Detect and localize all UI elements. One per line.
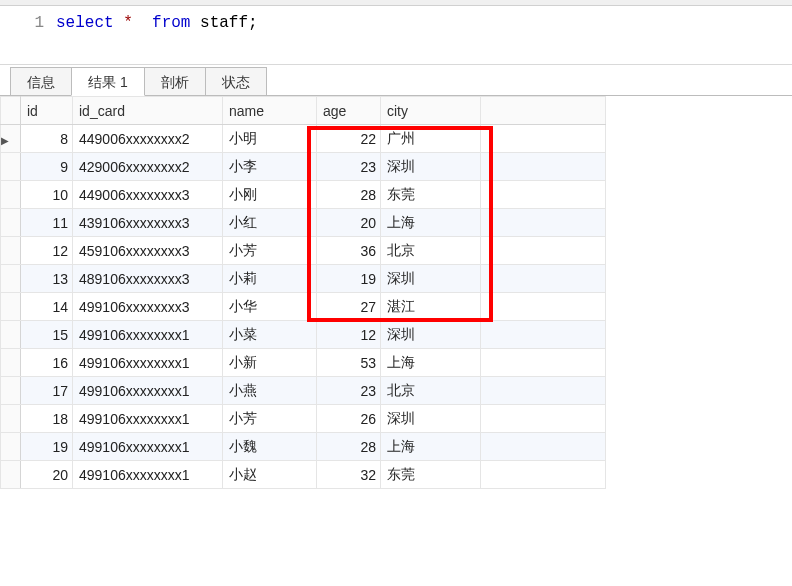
cell-pad [481,237,606,265]
cell-id-card[interactable]: 499106xxxxxxxx1 [73,461,223,489]
cell-id[interactable]: 12 [21,237,73,265]
kw-star: * [123,14,133,32]
table-row[interactable]: 20499106xxxxxxxx1小赵32东莞 [1,461,606,489]
cell-city[interactable]: 深圳 [381,321,481,349]
cell-age[interactable]: 20 [317,209,381,237]
cell-city[interactable]: 上海 [381,349,481,377]
cell-id-card[interactable]: 439106xxxxxxxx3 [73,209,223,237]
cell-city[interactable]: 东莞 [381,461,481,489]
cell-city[interactable]: 湛江 [381,293,481,321]
cell-id[interactable]: 20 [21,461,73,489]
table-row[interactable]: 9429006xxxxxxxx2小李23深圳 [1,153,606,181]
cell-name[interactable]: 小魏 [223,433,317,461]
cell-id[interactable]: 15 [21,321,73,349]
table-row[interactable]: 18499106xxxxxxxx1小芳26深圳 [1,405,606,433]
cell-id[interactable]: 8 [21,125,73,153]
cell-city[interactable]: 北京 [381,237,481,265]
result-tabs: 信息 结果 1 剖析 状态 [0,66,792,96]
row-indicator [1,237,21,265]
cell-id-card[interactable]: 499106xxxxxxxx1 [73,321,223,349]
cell-id[interactable]: 13 [21,265,73,293]
cell-age[interactable]: 32 [317,461,381,489]
cell-id-card[interactable]: 429006xxxxxxxx2 [73,153,223,181]
tab-profile[interactable]: 剖析 [144,67,206,95]
col-header-age[interactable]: age [317,97,381,125]
cell-city[interactable]: 深圳 [381,265,481,293]
cell-id[interactable]: 11 [21,209,73,237]
line-number: 1 [34,14,44,32]
cell-age[interactable]: 36 [317,237,381,265]
cell-city[interactable]: 北京 [381,377,481,405]
cell-city[interactable]: 深圳 [381,405,481,433]
cell-name[interactable]: 小明 [223,125,317,153]
row-header-blank [1,97,21,125]
col-header-name[interactable]: name [223,97,317,125]
cell-name[interactable]: 小芳 [223,405,317,433]
cell-age[interactable]: 12 [317,321,381,349]
row-indicator [1,433,21,461]
cell-name[interactable]: 小红 [223,209,317,237]
cell-id-card[interactable]: 499106xxxxxxxx1 [73,433,223,461]
cell-id[interactable]: 18 [21,405,73,433]
cell-id[interactable]: 17 [21,377,73,405]
cell-name[interactable]: 小华 [223,293,317,321]
cell-id[interactable]: 10 [21,181,73,209]
cell-city[interactable]: 广州 [381,125,481,153]
cell-age[interactable]: 23 [317,153,381,181]
cell-name[interactable]: 小芳 [223,237,317,265]
table-row[interactable]: 19499106xxxxxxxx1小魏28上海 [1,433,606,461]
cell-age[interactable]: 28 [317,433,381,461]
cell-id-card[interactable]: 499106xxxxxxxx1 [73,377,223,405]
table-row[interactable]: 14499106xxxxxxxx3小华27湛江 [1,293,606,321]
cell-city[interactable]: 上海 [381,433,481,461]
result-grid[interactable]: id id_card name age city ▶8449006xxxxxxx… [0,96,606,489]
table-row[interactable]: 11439106xxxxxxxx3小红20上海 [1,209,606,237]
table-row[interactable]: 10449006xxxxxxxx3小刚28东莞 [1,181,606,209]
cell-id-card[interactable]: 449006xxxxxxxx3 [73,181,223,209]
row-indicator [1,461,21,489]
cell-city[interactable]: 上海 [381,209,481,237]
tab-result-1[interactable]: 结果 1 [71,67,145,96]
cell-age[interactable]: 19 [317,265,381,293]
table-row[interactable]: ▶8449006xxxxxxxx2小明22广州 [1,125,606,153]
table-row[interactable]: 16499106xxxxxxxx1小新53上海 [1,349,606,377]
table-row[interactable]: 13489106xxxxxxxx3小莉19深圳 [1,265,606,293]
cell-id-card[interactable]: 489106xxxxxxxx3 [73,265,223,293]
cell-name[interactable]: 小菜 [223,321,317,349]
cell-id-card[interactable]: 449006xxxxxxxx2 [73,125,223,153]
cell-pad [481,265,606,293]
cell-name[interactable]: 小新 [223,349,317,377]
col-header-id[interactable]: id [21,97,73,125]
cell-age[interactable]: 28 [317,181,381,209]
cell-name[interactable]: 小燕 [223,377,317,405]
table-row[interactable]: 15499106xxxxxxxx1小菜12深圳 [1,321,606,349]
cell-id-card[interactable]: 499106xxxxxxxx3 [73,293,223,321]
cell-age[interactable]: 26 [317,405,381,433]
cell-name[interactable]: 小赵 [223,461,317,489]
sql-editor[interactable]: 1 select * from staff; [0,6,792,64]
cell-id[interactable]: 14 [21,293,73,321]
cell-city[interactable]: 深圳 [381,153,481,181]
col-header-city[interactable]: city [381,97,481,125]
cell-id-card[interactable]: 459106xxxxxxxx3 [73,237,223,265]
cell-age[interactable]: 23 [317,377,381,405]
cell-id-card[interactable]: 499106xxxxxxxx1 [73,405,223,433]
cell-city[interactable]: 东莞 [381,181,481,209]
cell-age[interactable]: 27 [317,293,381,321]
tab-status[interactable]: 状态 [205,67,267,95]
cell-name[interactable]: 小李 [223,153,317,181]
table-row[interactable]: 12459106xxxxxxxx3小芳36北京 [1,237,606,265]
cell-id[interactable]: 9 [21,153,73,181]
cell-id[interactable]: 19 [21,433,73,461]
cell-name[interactable]: 小刚 [223,181,317,209]
tab-info[interactable]: 信息 [10,67,72,95]
cell-age[interactable]: 22 [317,125,381,153]
cell-id-card[interactable]: 499106xxxxxxxx1 [73,349,223,377]
cell-id[interactable]: 16 [21,349,73,377]
cell-name[interactable]: 小莉 [223,265,317,293]
col-header-id-card[interactable]: id_card [73,97,223,125]
cell-age[interactable]: 53 [317,349,381,377]
sql-code[interactable]: select * from staff; [56,12,792,34]
row-indicator [1,181,21,209]
table-row[interactable]: 17499106xxxxxxxx1小燕23北京 [1,377,606,405]
